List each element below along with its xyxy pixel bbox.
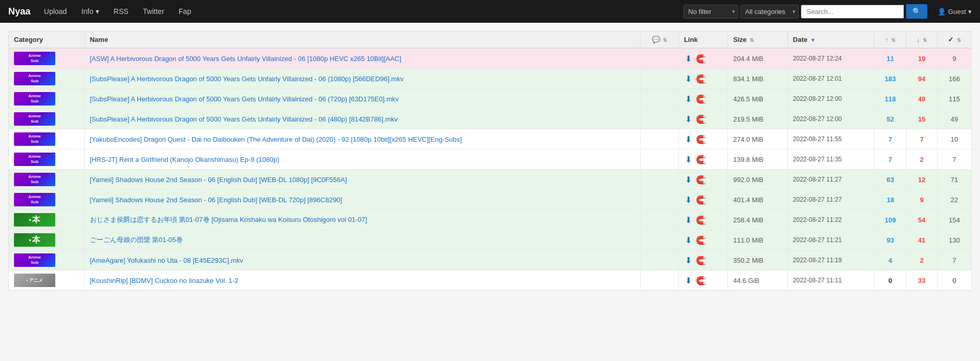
magnet-link[interactable]: 🧲 [696,135,706,144]
cell-seeds: 11 [874,48,906,69]
download-link[interactable]: ⬇ [685,256,692,265]
category-select[interactable]: All categories Anime Audio Literature Li… [740,5,799,19]
table-row: AnimeSub [SubsPlease] A Herbivorous Drag… [9,109,972,129]
col-downloads[interactable]: ✓ ⇅ [937,32,971,49]
cell-date: 2022-08-27 12:24 [787,48,874,69]
download-link[interactable]: ⬇ [685,115,692,124]
magnet-link[interactable]: 🧲 [696,74,706,83]
cell-comment [641,210,679,230]
torrent-name-link[interactable]: [SubsPlease] A Herbivorous Dragon of 500… [90,95,399,103]
download-link[interactable]: ⬇ [685,276,692,285]
cell-link: ⬇ 🧲 [678,170,727,190]
table-row: ▪ 本 おじさま侯爵は恋するお年頃 第01-07巻 [Ojisama Kosha… [9,210,972,230]
category-badge-anime-sub[interactable]: AnimeSub [14,132,55,146]
col-date[interactable]: Date ▼ [787,32,874,49]
magnet-link[interactable]: 🧲 [696,54,706,63]
magnet-link[interactable]: 🧲 [696,115,706,124]
filter-select[interactable]: No filter No remakes Trusted only [683,5,738,19]
date-sort-icon: ▼ [811,37,816,43]
magnet-link[interactable]: 🧲 [696,155,706,164]
main-content: Category Name 💬 ⇅ Link Size ⇅ Date ▼ ↑ ⇅ [0,23,980,299]
col-size[interactable]: Size ⇅ [728,32,788,49]
fap-link[interactable]: Fap [174,5,196,18]
download-link[interactable]: ⬇ [685,54,692,63]
cell-name: [HRS-JT] Rent a Girlfriend (Kanojo Okari… [84,149,641,170]
magnet-link[interactable]: 🧲 [696,95,706,103]
torrent-name-link[interactable]: [YakuboEncodes] Dragon Quest - Dai no Da… [90,136,462,143]
magnet-link[interactable]: 🧲 [696,195,706,204]
category-badge-anime-sub[interactable]: AnimeSub [14,72,55,85]
brand-link[interactable]: Nyaa [8,6,30,17]
search-button[interactable]: 🔍 [906,4,927,19]
cell-seeds: 109 [874,210,906,230]
magnet-link[interactable]: 🧲 [696,276,706,285]
twitter-link[interactable]: Twitter [138,5,169,18]
col-comment[interactable]: 💬 ⇅ [641,32,679,49]
torrent-name-link[interactable]: [HRS-JT] Rent a Girlfriend (Kanojo Okari… [90,156,279,163]
cell-link: ⬇ 🧲 [678,129,727,149]
torrent-name-link[interactable]: [SubsPlease] A Herbivorous Dragon of 500… [90,75,403,83]
category-badge-anime-sub[interactable]: AnimeSub [14,153,55,166]
downloads-sort-icon: ⇅ [957,37,961,43]
col-seeds[interactable]: ↑ ⇅ [874,32,906,49]
download-link[interactable]: ⬇ [685,155,692,164]
magnet-link[interactable]: 🧲 [696,216,706,224]
cell-downloads: 130 [937,230,971,250]
cell-category: AnimeSub [9,69,85,89]
cell-leeches: 7 [906,129,937,149]
cell-name: [SubsPlease] A Herbivorous Dragon of 500… [84,69,641,89]
table-row: ▪ 本 ごーごん母娘の団欒 第01-05巻 ⬇ 🧲 111.0 MiB 2022… [9,230,972,250]
magnet-link[interactable]: 🧲 [696,256,706,265]
category-badge-anime-sub[interactable]: AnimeSub [14,193,55,206]
cell-link: ⬇ 🧲 [678,250,727,270]
torrent-name-link[interactable]: [Yameii] Shadows House 2nd Season - 06 [… [90,176,347,184]
category-badge-anime-sub[interactable]: AnimeSub [14,112,55,126]
torrent-name-link[interactable]: [Yameii] Shadows House 2nd Season - 06 [… [90,196,343,204]
category-badge-anime-sub[interactable]: AnimeSub [14,253,55,267]
category-badge-anime-sub[interactable]: AnimeSub [14,173,55,186]
torrent-name-link[interactable]: ごーごん母娘の団欒 第01-05巻 [90,236,183,244]
torrent-name-link[interactable]: [SubsPlease] A Herbivorous Dragon of 500… [90,115,398,123]
category-badge-anime-sub[interactable]: AnimeSub [14,52,55,65]
torrent-name-link[interactable]: [ASW] A Herbivorous Dragon of 5000 Years… [90,55,401,63]
upload-link[interactable]: Upload [39,5,72,18]
category-badge-literature[interactable]: ▪ 本 [14,233,55,247]
user-icon: 👤 [938,8,946,16]
seeds-sort-icon: ⇅ [891,37,895,43]
cell-downloads: 22 [937,190,971,210]
table-header: Category Name 💬 ⇅ Link Size ⇅ Date ▼ ↑ ⇅ [9,32,972,49]
magnet-link[interactable]: 🧲 [696,175,706,184]
category-badge-literature[interactable]: ▪ 本 [14,213,55,227]
user-menu[interactable]: 👤 Guest ▾ [938,8,972,16]
cell-leeches: 49 [906,89,937,109]
download-link[interactable]: ⬇ [685,175,692,184]
torrent-name-link[interactable]: おじさま侯爵は恋するお年頃 第01-07巻 [Ojisama Koshaku w… [90,216,367,223]
download-link[interactable]: ⬇ [685,135,692,144]
download-link[interactable]: ⬇ [685,74,692,83]
download-link[interactable]: ⬇ [685,236,692,245]
rss-link[interactable]: RSS [108,5,134,18]
user-chevron-icon: ▾ [968,8,972,16]
torrent-name-link[interactable]: [KoushinRip] [BDMV] Cuckoo no Iinazuke V… [90,277,239,284]
download-link[interactable]: ⬇ [685,216,692,224]
cell-comment [641,250,679,270]
cell-date: 2022-08-27 11:11 [787,270,874,291]
download-link[interactable]: ⬇ [685,95,692,103]
info-dropdown[interactable]: Info ▾ [76,5,104,18]
cell-name: [AmeAgare] Yofukashi no Uta - 08 [E45E29… [84,250,641,270]
cell-date: 2022-08-27 11:19 [787,250,874,270]
cell-downloads: 166 [937,69,971,89]
download-link[interactable]: ⬇ [685,195,692,204]
cell-downloads: 115 [937,89,971,109]
category-badge-anime-sub[interactable]: AnimeSub [14,92,55,106]
search-input[interactable] [801,5,904,19]
cell-comment [641,230,679,250]
col-leeches[interactable]: ↓ ⇅ [906,32,937,49]
magnet-link[interactable]: 🧲 [696,236,706,245]
category-badge-anime-jpn[interactable]: ▪ アニメ [14,274,55,287]
torrent-name-link[interactable]: [AmeAgare] Yofukashi no Uta - 08 [E45E29… [90,257,243,264]
cell-category: AnimeSub [9,48,85,69]
col-name[interactable]: Name [84,32,641,49]
cell-date: 2022-08-27 12:01 [787,69,874,89]
cell-size: 401.4 MiB [728,190,788,210]
